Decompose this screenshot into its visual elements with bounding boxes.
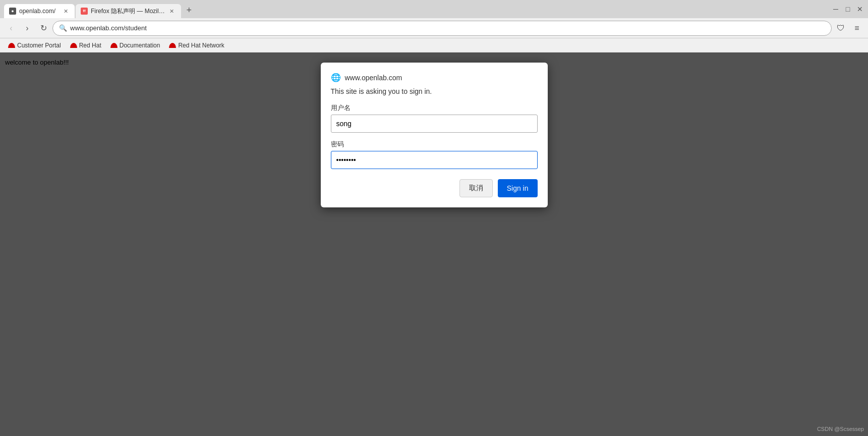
navigation-bar: ‹ › ↻ 🔍 🛡 ≡ (0, 18, 868, 38)
tab-strip: ● openlab.com/ ✕ ff Firefox 隐私声明 — Mozil… (4, 0, 826, 18)
address-input[interactable] (70, 24, 825, 32)
menu-button[interactable]: ≡ (850, 21, 864, 35)
title-bar: ● openlab.com/ ✕ ff Firefox 隐私声明 — Mozil… (0, 0, 868, 18)
tab-favicon-firefox: ff (81, 8, 88, 15)
new-tab-button[interactable]: + (182, 3, 196, 17)
username-group: 用户名 (331, 103, 538, 133)
bookmark-label-red-hat-network: Red Hat Network (178, 42, 224, 49)
password-label: 密码 (331, 140, 538, 149)
maximize-button[interactable]: □ (844, 5, 852, 13)
site-url-label: www.openlab.com (345, 74, 402, 82)
window-controls: ─ □ ✕ (832, 5, 864, 13)
username-label: 用户名 (331, 103, 538, 113)
cancel-button[interactable]: 取消 (459, 179, 493, 197)
tab-openlab[interactable]: ● openlab.com/ ✕ (4, 4, 75, 18)
search-icon: 🔍 (59, 24, 67, 32)
globe-icon: 🌐 (331, 73, 341, 82)
dialog-buttons: 取消 Sign in (331, 179, 538, 197)
bookmark-red-hat-network[interactable]: Red Hat Network (165, 41, 228, 50)
close-button[interactable]: ✕ (856, 5, 864, 13)
bookmark-label-red-hat: Red Hat (79, 42, 101, 49)
bookmark-documentation[interactable]: Documentation (106, 41, 164, 50)
bookmark-favicon-red-hat-network (169, 42, 176, 49)
tab-favicon-openlab: ● (9, 8, 16, 15)
back-button[interactable]: ‹ (4, 21, 18, 35)
forward-button[interactable]: › (20, 21, 34, 35)
password-input[interactable] (331, 151, 538, 169)
tab-title-openlab: openlab.com/ (19, 8, 59, 15)
bookmarks-bar: Customer Portal Red Hat Documentation Re… (0, 38, 868, 52)
signin-button[interactable]: Sign in (498, 179, 538, 197)
shield-button[interactable]: 🛡 (834, 21, 848, 35)
bookmark-favicon-customer-portal (8, 42, 15, 49)
bookmark-label-documentation: Documentation (120, 42, 160, 49)
watermark: CSDN @Scsessep (817, 426, 864, 432)
tab-close-firefox[interactable]: ✕ (168, 7, 176, 15)
modal-overlay: 🌐 www.openlab.com This site is asking yo… (0, 52, 868, 436)
page-content: welcome to openlab!!! 🌐 www.openlab.com … (0, 52, 868, 436)
username-input[interactable] (331, 115, 538, 133)
bookmark-customer-portal[interactable]: Customer Portal (4, 41, 65, 50)
bookmark-red-hat[interactable]: Red Hat (66, 41, 105, 50)
bookmark-favicon-red-hat (70, 42, 77, 49)
tab-firefox[interactable]: ff Firefox 隐私声明 — Mozil… ✕ (76, 4, 181, 18)
auth-dialog: 🌐 www.openlab.com This site is asking yo… (321, 63, 548, 207)
reload-button[interactable]: ↻ (36, 21, 50, 35)
nav-extra-buttons: 🛡 ≡ (834, 21, 864, 35)
password-group: 密码 (331, 140, 538, 169)
tab-close-openlab[interactable]: ✕ (62, 7, 70, 15)
dialog-description: This site is asking you to sign in. (331, 87, 538, 95)
address-bar[interactable]: 🔍 (52, 21, 832, 36)
bookmark-label-customer-portal: Customer Portal (17, 42, 61, 49)
bookmark-favicon-documentation (110, 42, 118, 49)
minimize-button[interactable]: ─ (832, 5, 840, 13)
dialog-header: 🌐 www.openlab.com (331, 73, 538, 82)
tab-title-firefox: Firefox 隐私声明 — Mozil… (91, 7, 165, 16)
